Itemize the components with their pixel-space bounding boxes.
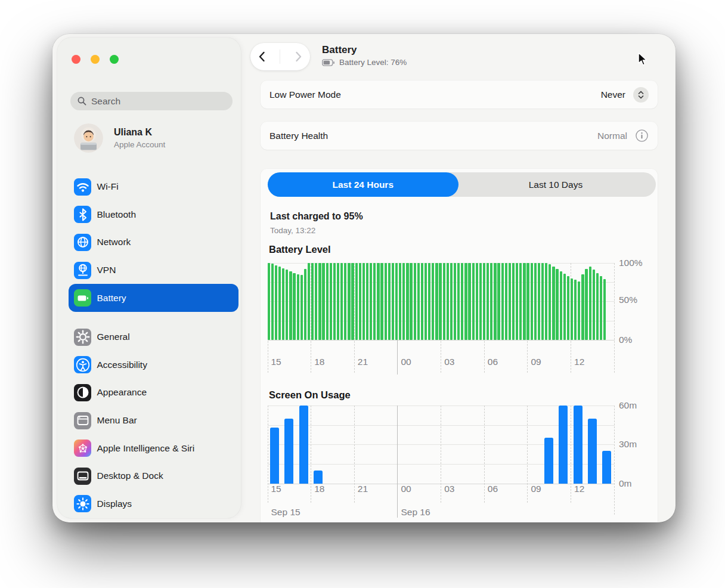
general-icon xyxy=(74,329,91,346)
screenshot-canvas: Search Uliana K xyxy=(0,0,725,588)
sidebar-item-label: Desktop & Dock xyxy=(97,471,163,481)
battery-icon xyxy=(74,289,91,307)
sidebar-item-menu-bar[interactable]: Menu Bar xyxy=(69,407,238,435)
battery-level-status: Battery Level: 76% xyxy=(322,58,407,67)
sidebar-item-label: Network xyxy=(97,237,131,247)
sidebar-nav-primary: Wi-FiBluetoothNetworkVPNBattery xyxy=(69,173,238,312)
sidebar-item-label: Battery xyxy=(97,293,126,304)
sidebar-item-general[interactable]: General xyxy=(69,323,238,351)
last-charged-time: Today, 13:22 xyxy=(270,226,315,235)
battery-level-chart-title: Battery Level xyxy=(269,244,331,255)
search-icon xyxy=(77,96,87,106)
sidebar-item-battery[interactable]: Battery xyxy=(69,284,238,312)
sidebar-item-label: Bluetooth xyxy=(97,209,137,220)
vpn-icon xyxy=(74,262,91,279)
battery-health-value: Normal xyxy=(597,131,627,141)
last-charged-text: Last charged to 95% xyxy=(270,211,363,222)
battery-health-label: Battery Health xyxy=(269,131,328,141)
divider xyxy=(280,49,280,64)
close-button[interactable] xyxy=(72,55,80,64)
battery-icon xyxy=(322,59,336,66)
settings-window: Search Uliana K xyxy=(52,34,676,522)
ai-siri-icon xyxy=(74,440,91,457)
appearance-icon xyxy=(74,384,91,401)
tab-last-24-hours[interactable]: Last 24 Hours xyxy=(268,172,459,197)
time-range-segmented-control: Last 24 Hours Last 10 Days xyxy=(268,172,656,197)
sidebar-item-desktop-and-dock[interactable]: Desktop & Dock xyxy=(69,462,238,490)
mouse-cursor xyxy=(637,52,649,67)
network-icon xyxy=(74,234,91,251)
screen-on-usage-chart-title: Screen On Usage xyxy=(269,389,351,401)
low-power-mode-row: Low Power Mode Never xyxy=(261,81,658,109)
sidebar-item-wi-fi[interactable]: Wi-Fi xyxy=(69,173,238,201)
wifi-icon xyxy=(74,178,91,196)
sidebar-item-vpn[interactable]: VPN xyxy=(69,256,238,284)
minimize-button[interactable] xyxy=(91,55,100,64)
sidebar-item-label: Wi-Fi xyxy=(97,181,119,192)
displays-icon xyxy=(74,495,91,512)
up-down-chevrons-icon xyxy=(637,89,645,100)
sidebar-item-label: Appearance xyxy=(97,387,147,398)
account-subtitle: Apple Account xyxy=(114,140,165,149)
low-power-mode-value: Never xyxy=(601,89,625,100)
sidebar-item-label: Apple Intelligence & Siri xyxy=(97,443,195,454)
avatar xyxy=(74,123,103,153)
sidebar: Search Uliana K xyxy=(57,38,241,518)
bluetooth-icon xyxy=(74,206,91,223)
sidebar-item-appearance[interactable]: Appearance xyxy=(69,379,238,407)
sidebar-item-apple-intelligence-and-siri[interactable]: Apple Intelligence & Siri xyxy=(69,434,238,462)
nav-history-control xyxy=(250,43,310,70)
sidebar-item-displays[interactable]: Displays xyxy=(69,490,238,518)
tab-last-10-days[interactable]: Last 10 Days xyxy=(458,172,653,197)
sidebar-item-label: Menu Bar xyxy=(97,415,137,426)
apple-account-row[interactable]: Uliana K Apple Account xyxy=(74,123,165,153)
menubar-icon xyxy=(74,412,91,429)
sidebar-item-label: VPN xyxy=(97,265,116,276)
sidebar-item-bluetooth[interactable]: Bluetooth xyxy=(69,201,238,229)
back-button[interactable] xyxy=(258,51,266,63)
zoom-button[interactable] xyxy=(110,55,119,64)
sidebar-item-accessibility[interactable]: Accessibility xyxy=(69,351,238,379)
sidebar-item-label: General xyxy=(97,332,130,342)
desktop-dock-icon xyxy=(74,468,91,485)
battery-health-row: Battery Health Normal xyxy=(261,122,658,150)
battery-level-text: Battery Level: 76% xyxy=(339,58,407,67)
window-controls xyxy=(72,55,119,64)
search-input[interactable]: Search xyxy=(70,92,233,110)
accessibility-icon xyxy=(74,356,91,373)
sidebar-item-network[interactable]: Network xyxy=(69,228,238,256)
sidebar-item-label: Displays xyxy=(97,499,132,509)
info-icon[interactable] xyxy=(635,129,649,143)
low-power-mode-stepper[interactable] xyxy=(633,87,649,103)
account-name: Uliana K xyxy=(114,127,165,138)
low-power-mode-label: Low Power Mode xyxy=(269,89,341,100)
sidebar-nav-secondary: GeneralAccessibilityAppearanceMenu BarAp… xyxy=(69,323,238,518)
page-title: Battery xyxy=(322,44,357,56)
sidebar-item-label: Accessibility xyxy=(97,360,147,370)
search-placeholder: Search xyxy=(91,96,120,107)
forward-button[interactable] xyxy=(295,51,303,63)
